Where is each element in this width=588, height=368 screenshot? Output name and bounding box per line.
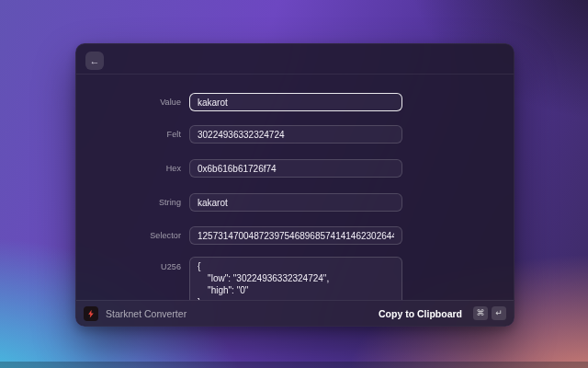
copy-to-clipboard-action[interactable]: Copy to Clipboard [379,308,462,319]
field-row-felt: Felt [76,125,402,144]
felt-field-label: Felt [76,130,181,139]
value-field-label: Value [76,98,181,107]
string-field-label: String [76,198,181,207]
background-bottom-strip [0,362,588,368]
action-bar: Starknet Converter Copy to Clipboard ⌘ ↵ [76,300,514,326]
app-icon [84,306,98,321]
field-row-hex: Hex [76,159,402,178]
return-key-icon: ↵ [492,306,506,320]
desktop-background: ← Value Felt Hex String Selector [0,0,588,368]
hex-input[interactable] [189,159,402,178]
u256-field-label: U256 [76,257,181,271]
felt-input[interactable] [189,125,402,144]
u256-textarea[interactable] [189,257,402,300]
field-row-string: String [76,193,402,212]
selector-input[interactable] [189,226,402,245]
selector-field-label: Selector [76,231,181,240]
value-input[interactable] [189,93,402,111]
hex-field-label: Hex [76,164,181,173]
field-row-u256: U256 [76,257,402,300]
command-key-icon: ⌘ [473,306,488,320]
lightning-bolt-icon [86,308,96,319]
window-header: ← [76,44,514,75]
back-button[interactable]: ← [85,52,104,70]
string-input[interactable] [189,193,402,212]
field-row-value: Value [76,93,402,111]
form-area: Value Felt Hex String Selector U256 [76,75,514,300]
field-row-selector: Selector [76,226,402,245]
app-name: Starknet Converter [106,308,187,319]
back-arrow-icon: ← [90,56,100,66]
starknet-converter-window: ← Value Felt Hex String Selector [75,43,514,327]
